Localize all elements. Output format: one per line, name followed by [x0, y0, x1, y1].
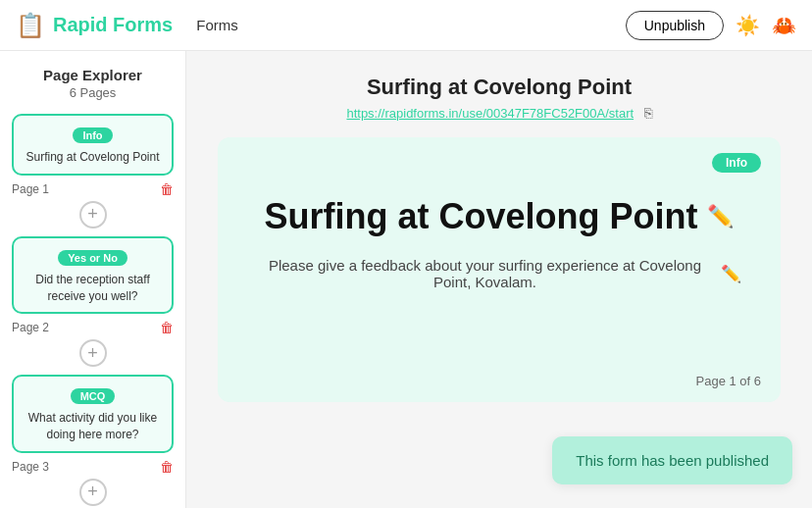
page-card-3[interactable]: MCQ What activity did you like doing her…: [12, 375, 174, 453]
form-title: Surfing at Covelong Point: [218, 75, 781, 100]
preview-desc-text: Please give a feedback about your surfin…: [257, 257, 713, 290]
copy-url-icon[interactable]: ⎘: [644, 105, 652, 121]
page-3-label: Page 3: [12, 460, 49, 474]
logo: 📋 Rapid Forms: [16, 12, 173, 39]
form-url-row: https://rapidforms.in/use/00347F78FC52F0…: [218, 104, 781, 122]
nav-forms[interactable]: Forms: [196, 17, 238, 33]
main-layout: Page Explorer 6 Pages Info Surfing at Co…: [0, 51, 812, 508]
page-2-footer: Page 2 🗑: [12, 320, 174, 335]
page-3-footer: Page 3 🗑: [12, 459, 174, 475]
header-right: Unpublish ☀️ 🦀: [626, 11, 796, 40]
theme-icon[interactable]: ☀️: [736, 14, 760, 37]
page-1-badge: Info: [73, 127, 112, 143]
preview-card: Info Surfing at Covelong Point ✏️ Please…: [218, 137, 781, 402]
page-1-delete-icon[interactable]: 🗑: [160, 181, 174, 197]
page-2-delete-icon[interactable]: 🗑: [160, 320, 174, 335]
page-1-text: Surfing at Covelong Point: [24, 149, 162, 166]
logo-text: Rapid Forms: [53, 14, 173, 36]
page-of-label: Page 1 of 6: [696, 374, 762, 388]
header-left: 📋 Rapid Forms Forms: [16, 12, 238, 39]
edit-title-icon[interactable]: ✏️: [707, 204, 734, 229]
preview-title-text: Surfing at Covelong Point: [265, 196, 698, 237]
toast-message: This form has been published: [576, 452, 769, 469]
page-3-badge: MCQ: [71, 388, 116, 404]
unpublish-button[interactable]: Unpublish: [626, 11, 724, 40]
add-page-2-button[interactable]: +: [79, 339, 107, 367]
preview-form-title: Surfing at Covelong Point ✏️: [257, 196, 741, 237]
page-3-delete-icon[interactable]: 🗑: [160, 459, 174, 475]
page-card-2[interactable]: Yes or No Did the reception staff receiv…: [12, 236, 174, 315]
page-2-text: Did the reception staff receive you well…: [24, 272, 162, 305]
form-title-area: Surfing at Covelong Point https://rapidf…: [218, 75, 781, 122]
content-area: Surfing at Covelong Point https://rapidf…: [186, 51, 812, 508]
page-3-text: What activity did you like doing here mo…: [24, 410, 162, 443]
page-card-1[interactable]: Info Surfing at Covelong Point: [12, 114, 174, 176]
toast-notification: This form has been published: [552, 436, 792, 484]
edit-description-icon[interactable]: ✏️: [721, 264, 741, 284]
page-1-label: Page 1: [12, 182, 49, 196]
page-2-label: Page 2: [12, 321, 49, 334]
page-1-footer: Page 1 🗑: [12, 181, 174, 197]
sidebar-subtitle: 6 Pages: [12, 85, 174, 100]
header: 📋 Rapid Forms Forms Unpublish ☀️ 🦀: [0, 0, 812, 51]
add-page-1-button[interactable]: +: [79, 201, 107, 229]
sidebar: Page Explorer 6 Pages Info Surfing at Co…: [0, 51, 186, 508]
user-icon[interactable]: 🦀: [772, 14, 796, 37]
logo-icon: 📋: [16, 12, 45, 39]
preview-info-badge: Info: [712, 153, 761, 173]
sidebar-title: Page Explorer: [12, 67, 174, 83]
add-page-3-button[interactable]: +: [79, 479, 107, 506]
form-url-link[interactable]: https://rapidforms.in/use/00347F78FC52F0…: [346, 106, 634, 121]
preview-description: Please give a feedback about your surfin…: [257, 257, 741, 290]
page-2-badge: Yes or No: [58, 250, 127, 266]
